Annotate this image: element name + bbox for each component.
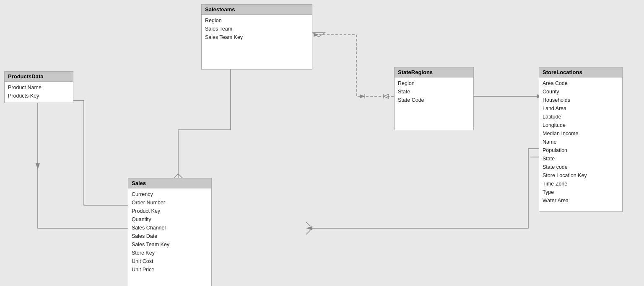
field-sales-date: Sales Date (132, 232, 208, 240)
crows-foot-r2 (306, 230, 310, 234)
diagram-canvas: ProductsData Product Name Products Key S… (0, 0, 644, 286)
salesteams-fields: Region Sales Team Sales Team Key (202, 15, 312, 44)
entity-productsdata: ProductsData Product Name Products Key (4, 71, 73, 103)
field-type: Type (543, 188, 619, 196)
arrow-sales-right (306, 226, 312, 230)
field-region-st: Region (205, 16, 309, 25)
sales-products-line (71, 100, 128, 205)
crows-foot-r1 (306, 222, 310, 226)
products-sales-line (38, 100, 128, 228)
field-currency: Currency (132, 190, 208, 198)
crows-foot-1 (174, 174, 178, 178)
crows-foot-2 (178, 174, 182, 178)
field-population: Population (543, 146, 619, 155)
entity-storelocations: StoreLocations Area Code County Househol… (539, 67, 623, 212)
field-area-code: Area Code (543, 79, 619, 88)
dashed-salesteams-stateregions (319, 35, 394, 96)
field-longitude: Longitude (543, 121, 619, 129)
field-store-key: Store Key (132, 249, 208, 257)
entity-sales: Sales Currency Order Number Product Key … (128, 178, 212, 286)
field-sales-team-key-s: Sales Team Key (132, 240, 208, 249)
field-state-code-sr: State Code (398, 96, 470, 104)
stateregions-fields: Region State State Code (395, 77, 473, 107)
storelocations-fields: Area Code County Households Land Area La… (539, 77, 622, 207)
storelocations-header: StoreLocations (539, 67, 622, 77)
field-unit-cost: Unit Cost (132, 257, 208, 265)
field-state-sl: State (543, 155, 619, 163)
stateregions-header: StateRegions (395, 67, 473, 77)
field-quantity: Quantity (132, 215, 208, 224)
field-households: Households (543, 96, 619, 104)
field-time-zone: Time Zone (543, 180, 619, 188)
field-latitude: Latitude (543, 113, 619, 121)
field-product-key: Product Key (132, 207, 208, 215)
field-products-key: Products Key (8, 92, 70, 100)
field-state-code-sl: State code (543, 163, 619, 171)
field-name-sl: Name (543, 138, 619, 146)
salesteams-arrow-out (312, 33, 325, 37)
dashed-bowtie-left (384, 94, 389, 98)
field-sales-team: Sales Team (205, 25, 309, 33)
salesteams-header: Salesteams (202, 5, 312, 15)
field-state-sr: State (398, 88, 470, 96)
dashed-arrow-right (360, 94, 365, 98)
entity-stateregions: StateRegions Region State State Code (394, 67, 474, 130)
arrow-salesteams-right (314, 33, 319, 37)
field-land-area: Land Area (543, 104, 619, 113)
field-county: County (543, 88, 619, 96)
entity-salesteams: Salesteams Region Sales Team Sales Team … (201, 4, 312, 70)
field-order-number: Order Number (132, 198, 208, 207)
field-region-sr: Region (398, 79, 470, 88)
field-water-area: Water Area (543, 196, 619, 205)
field-store-location-key: Store Location Key (543, 171, 619, 180)
field-median-income: Median Income (543, 129, 619, 138)
sales-header: Sales (128, 178, 211, 188)
productsdata-header: ProductsData (5, 72, 73, 82)
arrow-products-down (36, 163, 40, 170)
field-product-name: Product Name (8, 83, 70, 92)
sales-fields: Currency Order Number Product Key Quanti… (128, 188, 211, 276)
storelocations-sales-line (310, 149, 539, 228)
productsdata-fields: Product Name Products Key (5, 82, 73, 103)
field-sales-team-key: Sales Team Key (205, 33, 309, 41)
field-sales-channel: Sales Channel (132, 224, 208, 232)
field-unit-price: Unit Price (132, 265, 208, 274)
